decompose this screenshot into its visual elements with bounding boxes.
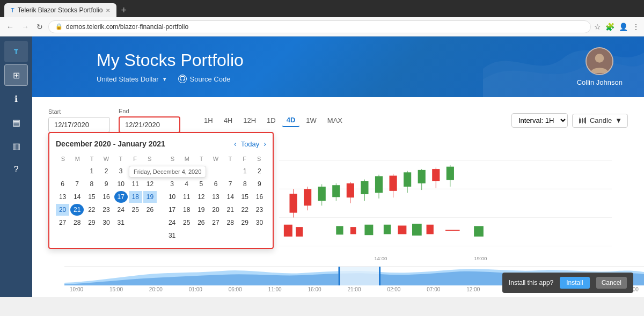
time-btn-max[interactable]: MAX [323, 114, 347, 127]
currency-selector[interactable]: United States Dollar ▼ [97, 75, 167, 83]
cal-day[interactable]: 26 [143, 204, 157, 216]
calendar-prev-btn[interactable]: ‹ [234, 139, 237, 148]
cal-day[interactable]: 5 [194, 178, 208, 190]
cal-day[interactable]: 21 [70, 204, 84, 216]
cal-day[interactable]: 29 [238, 217, 252, 229]
cal-day[interactable]: 2 [99, 165, 113, 177]
sidebar-item-table[interactable]: ▤ [4, 112, 28, 133]
sidebar-item-grid[interactable]: ⊞ [4, 64, 28, 86]
browser-tab[interactable]: T Telerik Blazor Stocks Portfolio ✕ [4, 3, 116, 17]
cal-day[interactable]: 17 [165, 204, 179, 216]
cancel-btn[interactable]: Cancel [596, 277, 627, 289]
cal-day[interactable]: 13 [209, 191, 222, 203]
cal-day[interactable]: 12 [143, 178, 157, 190]
cal-day[interactable]: 18 [129, 191, 142, 203]
cal-day[interactable]: 24 [165, 217, 179, 229]
cal-day[interactable]: 24 [114, 204, 128, 216]
cal-day[interactable]: 4 [180, 178, 193, 190]
cal-day[interactable]: 29 [85, 217, 98, 229]
time-btn-1h[interactable]: 1H [200, 114, 217, 127]
cal-day[interactable]: 30 [253, 217, 266, 229]
menu-icon[interactable]: ⋮ [632, 23, 640, 31]
cal-day[interactable]: 15 [85, 191, 98, 203]
time-btn-4h[interactable]: 4H [219, 114, 237, 127]
cal-day[interactable]: 7 [224, 178, 237, 190]
cal-day[interactable]: 11 [180, 191, 193, 203]
forward-btn[interactable]: → [19, 20, 31, 33]
cal-day[interactable]: 8 [85, 178, 98, 190]
cal-day[interactable]: 27 [56, 217, 69, 229]
cal-day[interactable]: 3 [165, 178, 179, 190]
cal-day[interactable]: 23 [253, 204, 266, 216]
address-bar[interactable]: 🔒 demos.telerik.com/blazor-financial-por… [48, 20, 591, 33]
start-date-input[interactable] [48, 117, 110, 133]
cal-day[interactable]: 20 [209, 204, 222, 216]
chart-type-btn[interactable]: Candle ▼ [572, 114, 628, 128]
cal-day[interactable]: 2 [253, 165, 266, 177]
cal-day[interactable]: 30 [99, 217, 113, 229]
back-btn[interactable]: ← [4, 20, 16, 33]
cal-day[interactable]: 19 [143, 191, 157, 203]
cal-day[interactable]: 23 [99, 204, 113, 216]
sidebar-item-help[interactable]: ? [4, 159, 28, 180]
cal-day[interactable]: 7 [70, 178, 84, 190]
account-icon[interactable]: 👤 [619, 23, 628, 31]
cal-day[interactable]: 3 [114, 165, 128, 177]
interval-select[interactable]: Interval: 1H [511, 113, 568, 128]
cal-day[interactable]: 1 [238, 165, 252, 177]
sidebar-item-layout[interactable]: ▥ [4, 135, 28, 157]
cal-day[interactable]: 25 [129, 204, 142, 216]
cal-day[interactable]: 31 [114, 217, 128, 229]
cal-day[interactable]: 25 [180, 217, 193, 229]
cal-day[interactable]: 10 [114, 178, 128, 190]
tab-close-btn[interactable]: ✕ [106, 8, 110, 13]
cal-day[interactable]: 31 [165, 230, 179, 241]
date-tooltip: Friday, December 4, 2020 [129, 166, 206, 178]
dec-day-headers: S M T W T F S [56, 155, 157, 163]
svg-rect-21 [318, 187, 326, 201]
cal-day[interactable]: 16 [99, 191, 113, 203]
sidebar-item-t[interactable]: T [4, 41, 28, 62]
extensions-icon[interactable]: 🧩 [605, 23, 614, 31]
cal-day[interactable]: 11 [129, 178, 142, 190]
cal-day[interactable]: 27 [209, 217, 222, 229]
cal-day[interactable]: 10 [165, 191, 179, 203]
cal-day[interactable]: 15 [238, 191, 252, 203]
cal-day[interactable]: 6 [56, 178, 69, 190]
calendar-next-btn[interactable]: › [264, 139, 266, 148]
cal-day[interactable]: 19 [194, 204, 208, 216]
cal-day[interactable]: 22 [85, 204, 98, 216]
bookmark-icon[interactable]: ☆ [594, 23, 601, 31]
install-btn[interactable]: Install [560, 277, 589, 289]
reload-btn[interactable]: ↻ [34, 20, 45, 33]
cal-day[interactable]: 6 [209, 178, 222, 190]
cal-day[interactable]: 1 [85, 165, 98, 177]
cal-day[interactable]: 17 [114, 191, 128, 203]
cal-day[interactable]: 18 [180, 204, 193, 216]
cal-day[interactable]: 20 [56, 204, 69, 216]
cal-day[interactable]: 13 [56, 191, 69, 203]
svg-rect-33 [404, 172, 411, 187]
cal-day[interactable]: 26 [194, 217, 208, 229]
cal-day[interactable]: 14 [70, 191, 84, 203]
source-code-link[interactable]: Source Code [178, 75, 231, 83]
calendar-today-btn[interactable]: Today [241, 140, 260, 148]
cal-day[interactable]: 8 [238, 178, 252, 190]
sidebar-item-info[interactable]: ℹ [4, 88, 28, 109]
cal-day[interactable]: 28 [70, 217, 84, 229]
cal-day[interactable]: 9 [99, 178, 113, 190]
time-btn-1w[interactable]: 1W [302, 114, 321, 127]
calendar-title: December 2020 - January 2021 [56, 139, 165, 148]
new-tab-btn[interactable]: + [116, 3, 131, 17]
cal-day[interactable]: 28 [224, 217, 237, 229]
time-btn-12h[interactable]: 12H [239, 114, 260, 127]
cal-day[interactable]: 9 [253, 178, 266, 190]
end-date-input[interactable] [119, 116, 180, 133]
time-btn-4d[interactable]: 4D [282, 114, 300, 127]
cal-day[interactable]: 14 [224, 191, 237, 203]
cal-day[interactable]: 12 [194, 191, 208, 203]
cal-day[interactable]: 16 [253, 191, 266, 203]
cal-day[interactable]: 22 [238, 204, 252, 216]
cal-day[interactable]: 21 [224, 204, 237, 216]
time-btn-1d[interactable]: 1D [262, 114, 280, 127]
